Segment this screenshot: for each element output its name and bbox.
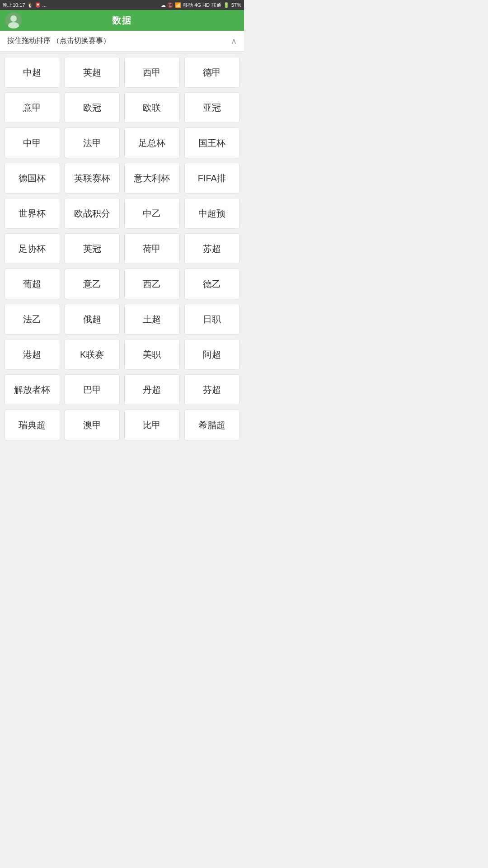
chevron-up-icon[interactable]: ∧ (231, 37, 237, 45)
league-item[interactable]: 意乙 (65, 269, 120, 299)
league-item[interactable]: 土超 (124, 304, 180, 335)
page-title: 数据 (112, 14, 132, 27)
league-item[interactable]: 中甲 (5, 127, 60, 158)
league-grid: 中超英超西甲德甲意甲欧冠欧联亚冠中甲法甲足总杯国王杯德国杯英联赛杯意大利杯FIF… (0, 52, 244, 446)
league-item[interactable]: 足总杯 (124, 127, 180, 158)
sort-bar-text: 按住拖动排序 （点击切换赛事） (7, 36, 110, 46)
status-right: ☁ 📵 📶 移动 4G HD 联通 🔋57% (161, 2, 241, 9)
league-item[interactable]: 比甲 (124, 410, 180, 440)
sort-hint: （点击切换赛事） (52, 37, 110, 44)
league-item[interactable]: 欧冠 (65, 92, 120, 123)
league-item[interactable]: 亚冠 (184, 92, 240, 123)
league-item[interactable]: 意甲 (5, 92, 60, 123)
league-item[interactable]: 英超 (65, 57, 120, 88)
league-item[interactable]: 苏超 (184, 233, 240, 264)
league-item[interactable]: 西甲 (124, 57, 180, 88)
avatar[interactable] (5, 12, 22, 28)
carrier: 联通 (211, 2, 221, 9)
sort-bar: 按住拖动排序 （点击切换赛事） ∧ (0, 31, 244, 52)
league-item[interactable]: 阿超 (184, 339, 240, 370)
league-item[interactable]: 英联赛杯 (65, 163, 120, 193)
svg-point-1 (10, 15, 17, 22)
league-item[interactable]: 中超 (5, 57, 60, 88)
league-item[interactable]: 美职 (124, 339, 180, 370)
league-item[interactable]: 芬超 (184, 374, 240, 405)
league-item[interactable]: 荷甲 (124, 233, 180, 264)
status-left: 晚上10:17 🐧 📮 ... (3, 2, 47, 9)
league-item[interactable]: 欧战积分 (65, 198, 120, 229)
league-item[interactable]: 国王杯 (184, 127, 240, 158)
league-item[interactable]: 西乙 (124, 269, 180, 299)
league-item[interactable]: 丹超 (124, 374, 180, 405)
league-item[interactable]: 澳甲 (65, 410, 120, 440)
network-info: ☁ 📵 📶 (161, 2, 181, 8)
network-type: 移动 4G HD (183, 2, 210, 9)
league-item[interactable]: 法乙 (5, 304, 60, 335)
league-item[interactable]: 瑞典超 (5, 410, 60, 440)
league-item[interactable]: K联赛 (65, 339, 120, 370)
battery: 57% (231, 2, 241, 8)
league-item[interactable]: 港超 (5, 339, 60, 370)
league-item[interactable]: 俄超 (65, 304, 120, 335)
league-item[interactable]: 足协杯 (5, 233, 60, 264)
avatar-image (5, 12, 22, 28)
nav-bar: 数据 (0, 10, 244, 31)
league-item[interactable]: 英冠 (65, 233, 120, 264)
league-item[interactable]: 解放者杯 (5, 374, 60, 405)
status-bar: 晚上10:17 🐧 📮 ... ☁ 📵 📶 移动 4G HD 联通 🔋57% (0, 0, 244, 10)
status-time: 晚上10:17 (3, 2, 25, 9)
league-item[interactable]: 希腊超 (184, 410, 240, 440)
league-item[interactable]: 中超预 (184, 198, 240, 229)
league-item[interactable]: 德甲 (184, 57, 240, 88)
league-item[interactable]: 法甲 (65, 127, 120, 158)
league-item[interactable]: 意大利杯 (124, 163, 180, 193)
league-item[interactable]: 世界杯 (5, 198, 60, 229)
league-item[interactable]: 巴甲 (65, 374, 120, 405)
league-item[interactable]: 欧联 (124, 92, 180, 123)
league-item[interactable]: 德乙 (184, 269, 240, 299)
sort-label: 按住拖动排序 (7, 37, 51, 44)
league-item[interactable]: 葡超 (5, 269, 60, 299)
status-icons: 🐧 📮 ... (27, 2, 47, 8)
league-item[interactable]: 日职 (184, 304, 240, 335)
league-item[interactable]: 德国杯 (5, 163, 60, 193)
league-item[interactable]: FIFA排 (184, 163, 240, 193)
league-item[interactable]: 中乙 (124, 198, 180, 229)
